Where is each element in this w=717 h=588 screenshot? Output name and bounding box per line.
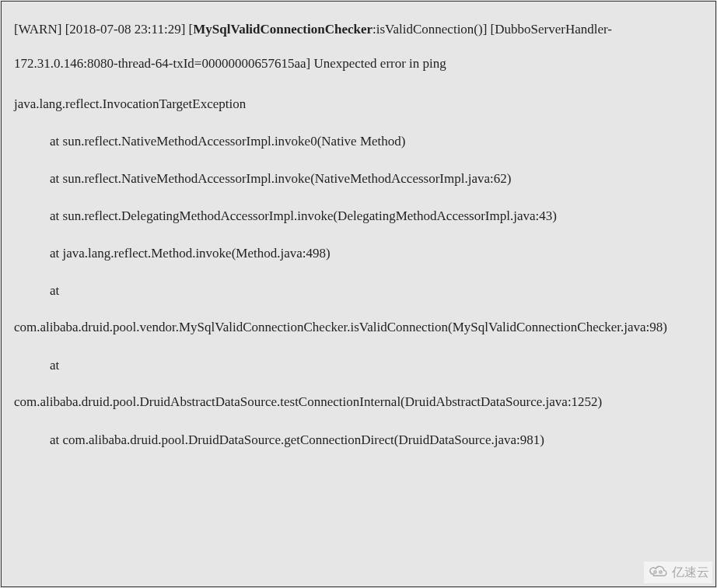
log-prefix: [WARN] [2018-07-08 23:11:29] [ — [14, 22, 193, 37]
watermark: 亿速云 — [644, 562, 712, 583]
stack-frame: at java.lang.reflect.Method.invoke(Metho… — [14, 240, 703, 267]
cloud-icon — [647, 563, 669, 582]
stack-frame-wrapped: com.alibaba.druid.pool.DruidAbstractData… — [14, 385, 703, 419]
stack-frame: at com.alibaba.druid.pool.DruidDataSourc… — [14, 427, 703, 453]
stack-at: at — [14, 352, 703, 379]
log-document: [WARN] [2018-07-08 23:11:29] [MySqlValid… — [1, 1, 716, 587]
exception-class: java.lang.reflect.InvocationTargetExcept… — [14, 87, 703, 121]
log-class-bold: MySqlValidConnectionChecker — [193, 22, 372, 37]
stack-frame: at sun.reflect.DelegatingMethodAccessorI… — [14, 203, 703, 229]
stack-at: at — [14, 278, 703, 304]
watermark-text: 亿速云 — [672, 565, 709, 581]
stack-frame: at sun.reflect.NativeMethodAccessorImpl.… — [14, 166, 703, 192]
svg-point-0 — [654, 571, 656, 573]
stack-frame-wrapped: com.alibaba.druid.pool.vendor.MySqlValid… — [14, 310, 703, 345]
svg-point-1 — [659, 571, 662, 573]
log-header-line: [WARN] [2018-07-08 23:11:29] [MySqlValid… — [14, 12, 703, 81]
stack-frame: at sun.reflect.NativeMethodAccessorImpl.… — [14, 128, 703, 155]
